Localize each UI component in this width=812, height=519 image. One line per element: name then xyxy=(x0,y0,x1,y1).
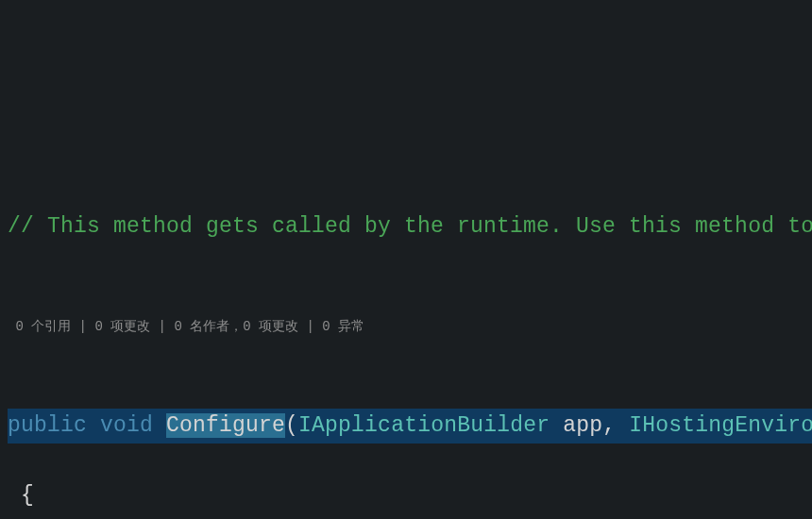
comment-text: // This method gets called by the runtim… xyxy=(8,214,812,239)
code-line-brace: { xyxy=(8,478,812,513)
param1-name: app xyxy=(563,413,602,438)
keyword-public: public xyxy=(8,413,87,438)
keyword-void: void xyxy=(100,413,153,438)
code-line-signature[interactable]: public void Configure(IApplicationBuilde… xyxy=(8,409,812,444)
code-line-comment: // This method gets called by the runtim… xyxy=(8,209,812,244)
comma: , xyxy=(602,413,629,438)
open-paren: ( xyxy=(285,413,298,438)
codelens-text[interactable]: 0 个引用 | 0 项更改 | 0 名作者，0 项更改 | 0 异常 xyxy=(15,319,364,334)
open-brace: { xyxy=(21,483,34,508)
method-name-selected[interactable]: Configure xyxy=(166,413,285,438)
param2-type: IHostingEnvironment xyxy=(629,413,812,438)
param1-type: IApplicationBuilder xyxy=(298,413,550,438)
code-editor[interactable]: // This method gets called by the runtim… xyxy=(0,140,812,519)
codelens-row[interactable]: 0 个引用 | 0 项更改 | 0 名作者，0 项更改 | 0 异常 xyxy=(8,314,812,339)
